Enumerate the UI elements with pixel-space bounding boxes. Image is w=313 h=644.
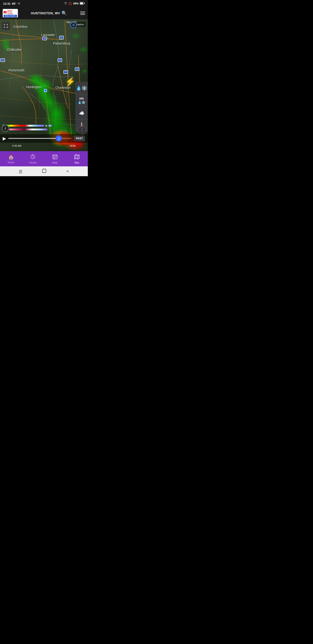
- home-system-button[interactable]: [42, 169, 46, 174]
- hourly-label: Hourly: [29, 161, 36, 164]
- precip-gradient: [6, 125, 44, 126]
- svg-rect-1: [80, 2, 83, 4]
- info-button[interactable]: i: [2, 125, 9, 132]
- nav-location[interactable]: HUNTINGTON, WV 🔍: [31, 10, 67, 16]
- logo-top: 3 WSAZFIRST ALERT: [3, 10, 17, 14]
- expand-button[interactable]: [2, 22, 10, 30]
- status-time: 12:31: [3, 2, 10, 5]
- precip-icon: 💧❄️: [76, 86, 87, 91]
- system-nav: ||| <: [0, 166, 88, 176]
- right-panel: 💧❄️ 24h 💧❄️ ☁️: [75, 82, 88, 132]
- daily-label: Daily: [52, 161, 57, 164]
- svg-rect-17: [42, 169, 46, 173]
- wifi-icon: [64, 2, 67, 5]
- time-label: 9:35 AM: [12, 144, 21, 147]
- playback-bar: ▶ ||| PAST: [0, 134, 88, 143]
- nav-map[interactable]: Map: [66, 154, 88, 164]
- menu-button[interactable]: [80, 12, 85, 15]
- svg-rect-2: [84, 3, 85, 4]
- svg-rect-12: [53, 157, 54, 158]
- logo-weather: WEATHER: [3, 15, 17, 17]
- cloud-icon: ☁️: [79, 110, 84, 116]
- home-icon: 🏠: [8, 154, 14, 160]
- back-button[interactable]: <: [66, 169, 69, 174]
- svg-rect-13: [54, 157, 55, 158]
- options-button[interactable]: ⋮: [78, 126, 86, 134]
- bottom-nav: 🏠 Home Hourly Daily: [0, 151, 88, 166]
- map-icon: [74, 154, 79, 160]
- dnd-icon: 🚫: [69, 2, 72, 5]
- location-dot: [44, 89, 47, 92]
- svg-rect-14: [56, 157, 56, 158]
- legend-bar: 💧 ❄️ ❄️💧: [2, 124, 52, 131]
- logo-container: 3 WSAZFIRST ALERT WEATHER: [3, 9, 18, 18]
- ice-gradient: [9, 128, 47, 130]
- close-icon: ✕: [18, 2, 20, 5]
- past-button[interactable]: PAST: [74, 136, 85, 141]
- nav-daily[interactable]: Daily: [44, 154, 66, 164]
- svg-rect-15: [53, 158, 54, 158]
- battery-icon: [80, 2, 85, 5]
- status-bar: 12:31 85° ✕ 🚫 69%: [0, 0, 88, 7]
- panel-clouds[interactable]: ☁️: [75, 107, 88, 120]
- home-label: Home: [7, 161, 14, 164]
- status-temp: 85°: [12, 2, 16, 5]
- progress-thumb[interactable]: |||: [56, 135, 62, 142]
- app-logo: 3 WSAZFIRST ALERT WEATHER: [3, 9, 18, 18]
- map-label: Map: [74, 161, 79, 164]
- panel-precip[interactable]: 💧❄️: [75, 82, 88, 94]
- progress-track[interactable]: |||: [8, 138, 71, 139]
- search-icon[interactable]: 🔍: [61, 10, 67, 16]
- logo-number: 3: [3, 11, 6, 14]
- location-button[interactable]: ⊕: [70, 22, 77, 28]
- thumb-icon: |||: [58, 137, 60, 140]
- nav-home[interactable]: 🏠 Home: [0, 154, 22, 164]
- map-container[interactable]: Newark Columbus Lancaster Chillicothe Pa…: [0, 19, 88, 151]
- nav-hourly[interactable]: Hourly: [22, 154, 44, 164]
- daily-icon: [52, 154, 57, 160]
- svg-rect-16: [54, 158, 55, 158]
- location-text: HUNTINGTON, WV: [31, 12, 60, 15]
- hourly-icon: [30, 154, 35, 160]
- panel-24h[interactable]: 24h 💧❄️: [75, 94, 88, 107]
- snow-gradient: [48, 125, 52, 126]
- progress-fill: [8, 138, 59, 139]
- map-background: [0, 19, 88, 151]
- legend-snow-icon: ❄️: [45, 124, 47, 127]
- play-button[interactable]: ▶: [3, 136, 6, 141]
- battery-percent: 69%: [73, 2, 79, 5]
- top-nav: 3 WSAZFIRST ALERT WEATHER HUNTINGTON, WV…: [0, 7, 88, 19]
- recent-apps-button[interactable]: |||: [19, 169, 22, 174]
- now-label: NOW: [70, 144, 76, 147]
- 24h-icon: 💧❄️: [78, 100, 85, 104]
